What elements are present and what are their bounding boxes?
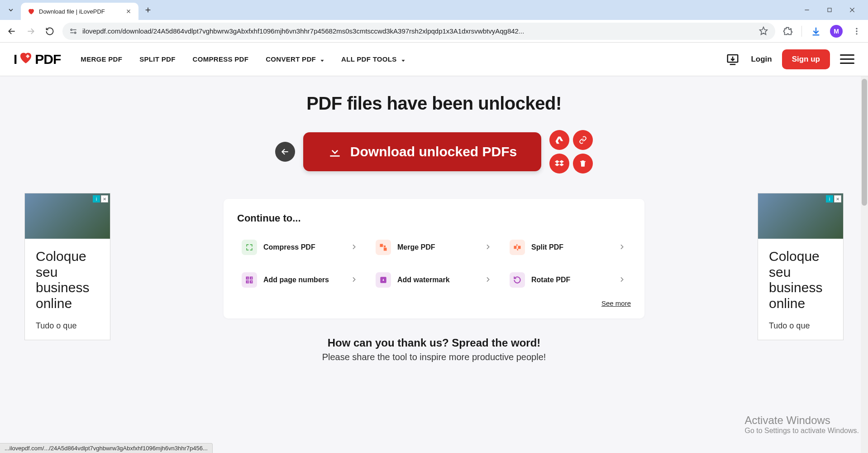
ad-headline: Coloque seu business online [758, 239, 843, 321]
page-numbers-icon: 1234 [242, 272, 257, 288]
merge-icon [376, 240, 391, 255]
login-link[interactable]: Login [751, 55, 772, 64]
profile-avatar[interactable]: M [830, 25, 843, 38]
chevron-right-icon [484, 276, 492, 284]
extensions-icon[interactable] [782, 25, 793, 37]
ad-right[interactable]: i✕ Coloque seu business online Tudo o qu… [758, 193, 844, 340]
ad-image: i✕ [25, 193, 110, 239]
tool-merge-pdf[interactable]: Merge PDF [371, 234, 497, 260]
trash-icon[interactable] [573, 154, 593, 173]
svg-point-10 [71, 29, 72, 30]
browser-tab[interactable]: Download file | iLovePDF [21, 3, 138, 20]
chevron-right-icon [350, 243, 358, 251]
header-right: Login Sign up [725, 49, 854, 69]
new-tab-button[interactable] [141, 3, 155, 17]
window-close-button[interactable] [845, 3, 859, 17]
ad-subline: Tudo o que [758, 321, 843, 340]
signup-button[interactable]: Sign up [782, 49, 830, 69]
ad-close-icon[interactable]: ✕ [834, 195, 841, 202]
continue-card: Continue to... Compress PDF Merge PDF Sp… [224, 199, 644, 318]
ad-close-icon[interactable]: ✕ [101, 195, 108, 202]
window-maximize-button[interactable] [823, 3, 836, 17]
heart-icon [18, 50, 33, 68]
tab-bar: Download file | iLovePDF [0, 0, 868, 20]
status-bar: ...ilovepdf.com/.../24A5d864vdlpt7vghbwr… [0, 443, 213, 453]
watermark-line2: Go to Settings to activate Windows. [744, 427, 859, 435]
nav-compress-pdf[interactable]: COMPRESS PDF [193, 55, 249, 63]
url-input[interactable]: ilovepdf.com/download/24A5d864vdlpt7vghb… [62, 23, 775, 40]
svg-rect-34 [384, 248, 387, 251]
dropbox-icon[interactable] [549, 154, 569, 173]
tool-page-numbers[interactable]: 1234 Add page numbers [237, 267, 363, 293]
svg-marker-21 [401, 60, 405, 62]
download-button[interactable]: Download unlocked PDFs [303, 132, 541, 171]
tab-search-button[interactable] [4, 3, 18, 17]
downloads-icon[interactable] [810, 25, 822, 37]
link-icon[interactable] [573, 130, 593, 150]
chevron-right-icon [618, 276, 626, 284]
ad-left[interactable]: i✕ Coloque seu business online Tudo o qu… [24, 193, 110, 340]
site-settings-icon[interactable] [69, 27, 78, 36]
logo-text-i: I [14, 52, 17, 67]
logo[interactable]: I PDF [14, 50, 61, 68]
nav-back-button[interactable] [5, 25, 18, 38]
google-drive-icon[interactable] [549, 130, 569, 150]
browser-chrome: Download file | iLovePDF ilovepd [0, 0, 868, 43]
ad-info-icon[interactable]: i [826, 195, 833, 202]
tool-split-pdf[interactable]: Split PDF [505, 234, 631, 260]
tool-label: Add watermark [397, 276, 478, 284]
share-buttons [549, 130, 593, 173]
svg-rect-36 [518, 246, 521, 249]
svg-marker-14 [760, 27, 768, 34]
svg-rect-35 [514, 246, 517, 249]
continue-title: Continue to... [237, 212, 631, 224]
svg-rect-5 [828, 8, 831, 12]
tool-compress-pdf[interactable]: Compress PDF [237, 234, 363, 260]
back-button[interactable] [275, 142, 295, 162]
tool-watermark[interactable]: Add watermark [371, 267, 497, 293]
watermark-icon [376, 272, 391, 288]
bookmark-icon[interactable] [759, 26, 769, 36]
chevron-down-icon [401, 57, 405, 62]
see-more-row: See more [237, 299, 631, 308]
svg-text:1: 1 [247, 277, 248, 280]
tool-label: Add page numbers [263, 276, 344, 284]
ad-headline: Coloque seu business online [25, 239, 110, 321]
tool-label: Split PDF [531, 243, 612, 251]
scrollbar-vertical[interactable] [861, 76, 868, 453]
tab-close-button[interactable] [125, 8, 132, 15]
svg-text:3: 3 [247, 280, 248, 283]
nav-merge-pdf[interactable]: MERGE PDF [81, 55, 122, 63]
windows-activation-watermark: Activate Windows Go to Settings to activ… [744, 414, 859, 435]
window-controls [800, 3, 864, 17]
nav-reload-button[interactable] [43, 25, 56, 38]
menu-icon[interactable] [840, 52, 854, 67]
svg-point-18 [856, 30, 857, 32]
tab-title: Download file | iLovePDF [39, 8, 121, 15]
favicon-icon [27, 7, 35, 15]
logo-text-pdf: PDF [35, 52, 61, 67]
desktop-app-icon[interactable] [725, 51, 741, 67]
page-content: PDF files have been unlocked! Download u… [0, 76, 868, 453]
chevron-right-icon [618, 243, 626, 251]
scrollbar-thumb[interactable] [862, 79, 867, 206]
browser-menu-icon[interactable] [851, 25, 863, 37]
nav-split-pdf[interactable]: SPLIT PDF [139, 55, 175, 63]
thank-subtitle: Please share the tool to inspire more pr… [0, 352, 868, 362]
tool-rotate-pdf[interactable]: Rotate PDF [505, 267, 631, 293]
window-minimize-button[interactable] [800, 3, 814, 17]
rotate-icon [510, 272, 525, 288]
nav-all-tools[interactable]: ALL PDF TOOLS [341, 55, 405, 63]
see-more-link[interactable]: See more [601, 299, 631, 307]
address-bar: ilovepdf.com/download/24A5d864vdlpt7vghb… [0, 20, 868, 43]
url-text: ilovepdf.com/download/24A5d864vdlpt7vghb… [82, 27, 754, 35]
svg-text:2: 2 [251, 277, 252, 280]
ad-info-icon[interactable]: i [93, 195, 100, 202]
thank-section: How can you thank us? Spread the word! P… [0, 337, 868, 362]
download-button-label: Download unlocked PDFs [350, 144, 517, 159]
svg-point-17 [856, 28, 857, 29]
nav-forward-button[interactable] [24, 25, 37, 38]
site-header: I PDF MERGE PDF SPLIT PDF COMPRESS PDF C… [0, 43, 868, 76]
nav-convert-pdf[interactable]: CONVERT PDF [266, 55, 324, 63]
svg-marker-30 [559, 160, 564, 164]
